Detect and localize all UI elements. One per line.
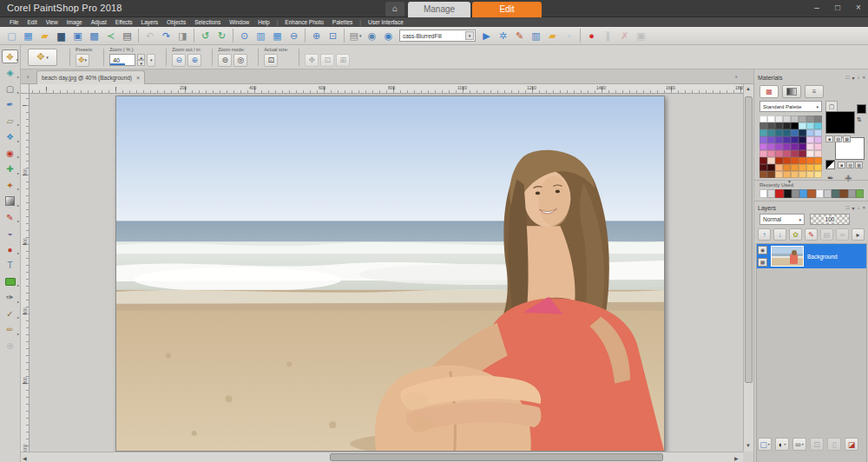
- record-script-button[interactable]: ●: [583, 29, 600, 43]
- link-layers-button[interactable]: ∞: [836, 228, 849, 241]
- color-swatch[interactable]: [791, 157, 799, 164]
- color-swatch[interactable]: [799, 150, 806, 157]
- clone-brush-tool[interactable]: ✦▸: [2, 178, 18, 192]
- menu-layers[interactable]: Layers: [137, 19, 163, 25]
- document-tab[interactable]: beach day.jpg @ 40% (Background) ×: [36, 70, 145, 84]
- bg-pattern-style-button[interactable]: ▦: [855, 162, 863, 168]
- restore-icon[interactable]: □: [832, 2, 844, 14]
- zoom-in-button[interactable]: ⊕: [308, 29, 325, 43]
- flyout-arrow-icon[interactable]: ▸: [17, 139, 19, 143]
- zoom-out-button[interactable]: ⊖: [286, 29, 302, 43]
- picture-tube-tool[interactable]: ▸: [2, 274, 18, 288]
- pan-tool[interactable]: ✥▸: [2, 50, 18, 63]
- layer-row-background[interactable]: ◉ ▦ Background: [757, 244, 866, 268]
- oil-brush-tool[interactable]: ✑▸: [2, 291, 18, 305]
- active-tool-button[interactable]: ✥ ▾: [28, 49, 57, 66]
- review-palette-button[interactable]: ▥: [253, 29, 269, 43]
- black-white-reset-swatch[interactable]: [825, 160, 835, 169]
- recent-color-chip[interactable]: [784, 189, 792, 198]
- color-swatch[interactable]: [814, 171, 822, 178]
- redo-button[interactable]: ↷: [158, 29, 174, 43]
- image-information-button[interactable]: ⊙: [236, 29, 253, 43]
- color-swatch[interactable]: [799, 122, 806, 129]
- selection-tool[interactable]: ▢▸: [2, 82, 18, 96]
- new-layer-button[interactable]: ▢▾: [758, 438, 772, 451]
- vertical-scrollbar[interactable]: ▲ ▼: [743, 84, 753, 452]
- color-swatch[interactable]: [767, 171, 775, 178]
- color-swatch[interactable]: [775, 136, 783, 143]
- browse-images-button[interactable]: ▦: [20, 29, 36, 43]
- color-swatch[interactable]: [806, 164, 814, 171]
- color-swatch[interactable]: [791, 164, 799, 171]
- new-adjustment-layer-button[interactable]: ◐▾: [775, 438, 789, 451]
- pan-mode-button[interactable]: ✥: [305, 54, 319, 67]
- flyout-arrow-icon[interactable]: ▸: [17, 75, 19, 79]
- color-swatch[interactable]: [783, 129, 791, 136]
- recent-color-chip[interactable]: [767, 189, 775, 198]
- text-tool[interactable]: T: [2, 259, 18, 273]
- color-swatch[interactable]: [799, 171, 806, 178]
- edit-script-button[interactable]: ✎: [511, 29, 528, 43]
- flyout-arrow-icon[interactable]: ▸: [17, 187, 19, 191]
- recent-color-chip[interactable]: [807, 189, 815, 198]
- color-swatch[interactable]: [760, 143, 767, 150]
- palette-select[interactable]: Standard Palette ▾: [760, 101, 822, 112]
- layers-close-panel-icon[interactable]: ×: [862, 205, 865, 211]
- color-swatch[interactable]: [783, 136, 791, 143]
- bg-gradient-style-button[interactable]: ▨: [846, 162, 854, 168]
- workspace-tab-manage[interactable]: Manage: [408, 2, 470, 17]
- color-swatch[interactable]: [767, 164, 775, 171]
- color-swatch[interactable]: [760, 136, 767, 143]
- hsl-map-tab[interactable]: [782, 85, 801, 98]
- dropper-icon[interactable]: ✒: [827, 174, 834, 182]
- undo-button[interactable]: ↶: [141, 29, 158, 43]
- color-swatch[interactable]: [799, 157, 806, 164]
- recent-color-chip[interactable]: [775, 189, 783, 198]
- color-swatch[interactable]: [806, 171, 814, 178]
- color-swatch[interactable]: [767, 122, 775, 129]
- opacity-slider[interactable]: 100: [810, 214, 850, 225]
- color-swatch[interactable]: [783, 164, 791, 171]
- copy-special-button[interactable]: ▤▾: [347, 29, 364, 43]
- color-swatch[interactable]: [799, 143, 806, 150]
- color-swatch[interactable]: [814, 136, 822, 143]
- color-swatch[interactable]: [806, 116, 814, 122]
- color-swatch[interactable]: [806, 143, 814, 150]
- materials-auto-hide-pin-icon[interactable]: ↓: [857, 75, 859, 81]
- color-swatch[interactable]: [760, 129, 767, 136]
- rainbow-tab[interactable]: ≡: [805, 85, 824, 98]
- color-swatch[interactable]: [799, 164, 806, 171]
- center-image-button[interactable]: ⊞: [336, 54, 350, 67]
- color-swatch[interactable]: [814, 143, 822, 150]
- color-swatch[interactable]: [814, 157, 822, 164]
- color-swatch[interactable]: [767, 157, 775, 164]
- duplicate-layer-button[interactable]: ▤: [820, 228, 833, 241]
- home-button[interactable]: ⌂: [385, 2, 404, 16]
- foreground-mini-swatch[interactable]: [857, 104, 866, 114]
- materials-close-panel-icon[interactable]: ×: [862, 75, 865, 81]
- flyout-arrow-icon[interactable]: ▸: [17, 283, 19, 287]
- scroll-up-icon[interactable]: ▲: [746, 86, 751, 91]
- zoom-mode-normal-button[interactable]: ◎: [233, 54, 247, 67]
- color-swatch[interactable]: [814, 116, 822, 122]
- photo-canvas[interactable]: [115, 96, 665, 452]
- color-swatch[interactable]: [775, 150, 783, 157]
- zoom-mode-smart-button[interactable]: ⊜: [218, 54, 232, 67]
- tab-close-icon[interactable]: ×: [136, 75, 140, 81]
- recent-color-chip[interactable]: [792, 189, 799, 198]
- blend-mode-select[interactable]: Normal ▾: [760, 214, 805, 225]
- color-swatch[interactable]: [767, 129, 775, 136]
- open-image-button[interactable]: ▰: [36, 29, 53, 43]
- color-swatch[interactable]: [806, 150, 814, 157]
- menu-selections[interactable]: Selections: [190, 19, 225, 25]
- color-swatch[interactable]: [775, 171, 783, 178]
- load-selection-button[interactable]: ⊡: [810, 438, 824, 451]
- recent-color-chip[interactable]: [824, 189, 832, 198]
- fg-pattern-style-button[interactable]: ▦: [843, 135, 851, 142]
- zoom-preset-dropdown[interactable]: ▾: [147, 54, 155, 67]
- edit-selection-button[interactable]: ✎: [805, 228, 818, 241]
- capture-now-button[interactable]: ◉: [380, 29, 397, 43]
- color-swatch[interactable]: [760, 150, 767, 157]
- delete-layer-button[interactable]: ▯: [827, 438, 841, 451]
- rotate-left-button[interactable]: ↺: [197, 29, 214, 43]
